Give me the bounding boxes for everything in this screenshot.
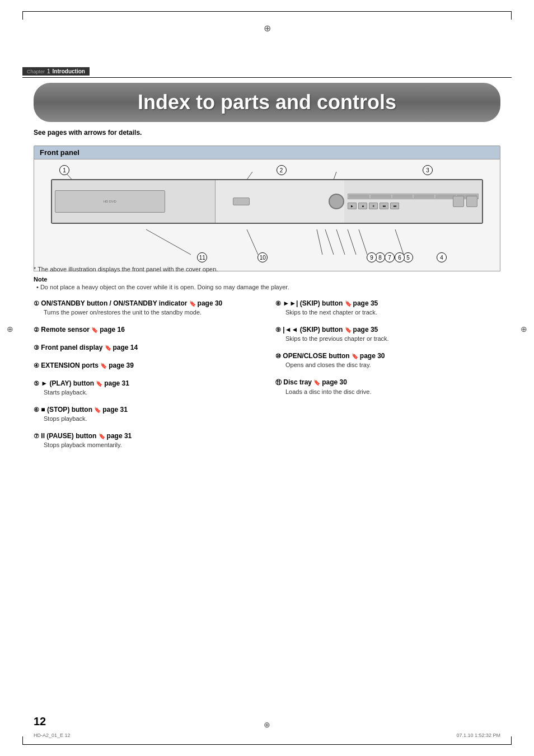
controls-section: ① ON/STANDBY button / ON/STANDBY indicat…: [34, 299, 500, 458]
device-skip-bwd-btn[interactable]: ⏮: [390, 203, 399, 209]
device-left-inner: HD DVD: [55, 190, 165, 213]
control-11-title: ⑪ Disc tray 🔖 page 30: [275, 378, 500, 387]
control-7-title: ⑦ II (PAUSE) button 🔖 page 31: [34, 432, 259, 440]
chapter-line: [22, 77, 512, 78]
device-body: HD DVD ▶ ■ ⏸: [51, 179, 483, 224]
page-title: Index to parts and controls: [56, 91, 478, 114]
device-play-btn[interactable]: ▶: [348, 203, 357, 209]
control-2-num: ②: [34, 326, 39, 334]
control-1-desc: Turns the power on/restores the unit to …: [34, 309, 259, 316]
control-8-num: ⑧: [275, 300, 281, 307]
control-6-num: ⑥: [34, 406, 39, 414]
control-item-3: ③ Front panel display 🔖 page 14: [34, 344, 259, 351]
callout-10: 10: [257, 252, 268, 262]
control-item-8: ⑧ ►►| (SKIP) button 🔖 page 35 Skips to t…: [275, 299, 500, 316]
svg-line-5: [348, 229, 356, 255]
callout-1: 1: [59, 165, 69, 175]
device-diagram: HD DVD ▶ ■ ⏸: [34, 159, 500, 271]
note-label: Note: [34, 276, 47, 283]
device-pause-btn[interactable]: ⏸: [369, 203, 378, 209]
subtitle: See pages with arrows for details.: [34, 129, 142, 137]
section-header: Front panel: [34, 145, 500, 159]
display-seg-4: [414, 195, 434, 198]
corner-tr: [511, 11, 512, 20]
callout-9: 9: [367, 252, 377, 262]
control-6-desc: Stops playback.: [34, 415, 259, 422]
chapter-label: Chapter: [27, 69, 45, 74]
svg-line-9: [247, 229, 258, 255]
control-7-num: ⑦: [34, 433, 39, 440]
diagram-note: * The above illustration displays the fr…: [34, 266, 218, 273]
control-9-title: ⑨ |◄◄ (SKIP) button 🔖 page 35: [275, 326, 500, 334]
control-9-num: ⑨: [275, 326, 281, 334]
display-seg-2: [371, 195, 391, 198]
border-bottom: [22, 744, 512, 745]
control-10-num: ⑩: [275, 353, 281, 360]
control-6-title: ⑥ ■ (STOP) button 🔖 page 31: [34, 406, 259, 414]
control-10-desc: Opens and closes the disc tray.: [275, 361, 500, 368]
control-10-title: ⑩ OPEN/CLOSE button 🔖 page 30: [275, 352, 500, 360]
crosshair-left-icon: ⊕: [7, 325, 13, 334]
control-4-title: ④ EXTENSION ports 🔖 page 39: [34, 361, 259, 369]
svg-line-4: [359, 229, 367, 255]
callout-7: 7: [385, 252, 395, 262]
extension-port-1: [453, 196, 464, 207]
crosshair-bottom-icon: ⊕: [264, 720, 270, 729]
control-5-num: ⑤: [34, 380, 39, 387]
control-11-num: ⑪: [275, 378, 282, 387]
control-1-num: ①: [34, 300, 39, 307]
device-left-panel: HD DVD: [52, 180, 216, 223]
control-item-5: ⑤ ► (PLAY) button 🔖 page 31 Starts playb…: [34, 379, 259, 396]
control-item-4: ④ EXTENSION ports 🔖 page 39: [34, 361, 259, 369]
control-item-10: ⑩ OPEN/CLOSE button 🔖 page 30 Opens and …: [275, 352, 500, 368]
callout-4: 4: [437, 252, 447, 262]
control-4-num: ④: [34, 362, 39, 369]
device-open-close-btn[interactable]: [329, 194, 344, 209]
control-item-1: ① ON/STANDBY button / ON/STANDBY indicat…: [34, 299, 259, 316]
crosshair-top-icon: [261, 22, 273, 34]
controls-col-left: ① ON/STANDBY button / ON/STANDBY indicat…: [34, 299, 259, 458]
svg-line-7: [325, 229, 334, 255]
svg-line-3: [395, 229, 404, 255]
chapter-title: Introduction: [53, 68, 85, 74]
bottom-left-info: HD-A2_01_E 12: [34, 732, 71, 738]
control-5-title: ⑤ ► (PLAY) button 🔖 page 31: [34, 379, 259, 387]
crosshair-right-icon: ⊕: [521, 325, 527, 334]
title-container: Index to parts and controls: [34, 83, 500, 122]
device-extension-ports: [453, 196, 477, 207]
callout-11: 11: [197, 252, 207, 262]
device-stop-btn[interactable]: ■: [358, 203, 367, 209]
extension-port-2: [466, 196, 477, 207]
corner-tl: [22, 11, 23, 20]
control-8-title: ⑧ ►►| (SKIP) button 🔖 page 35: [275, 299, 500, 307]
control-3-title: ③ Front panel display 🔖 page 14: [34, 344, 259, 351]
control-item-7: ⑦ II (PAUSE) button 🔖 page 31 Stops play…: [34, 432, 259, 448]
svg-line-6: [336, 229, 345, 255]
page-number: 12: [34, 715, 46, 728]
callout-6: 6: [395, 252, 405, 262]
control-1-title: ① ON/STANDBY button / ON/STANDBY indicat…: [34, 299, 259, 307]
chapter-number: 1: [47, 68, 50, 74]
control-9-desc: Skips to the previous chapter or track.: [275, 335, 500, 342]
device-skip-fwd-btn[interactable]: ⏭: [380, 203, 388, 209]
corner-bl: [22, 736, 23, 745]
display-seg-3: [392, 195, 413, 198]
control-8-desc: Skips to the next chapter or track.: [275, 309, 500, 316]
control-5-desc: Starts playback.: [34, 389, 259, 396]
main-title-box: Index to parts and controls: [34, 83, 500, 122]
svg-line-8: [317, 229, 322, 255]
svg-line-10: [146, 229, 191, 255]
device-load-slot: [233, 198, 250, 205]
front-panel-section: Front panel: [34, 145, 500, 271]
border-top: [22, 11, 512, 12]
control-item-9: ⑨ |◄◄ (SKIP) button 🔖 page 35 Skips to t…: [275, 326, 500, 342]
control-3-num: ③: [34, 344, 39, 351]
control-7-desc: Stops playback momentarily.: [34, 442, 259, 448]
control-item-11: ⑪ Disc tray 🔖 page 30 Loads a disc into …: [275, 378, 500, 395]
corner-br: [511, 736, 512, 745]
control-item-2: ② Remote sensor 🔖 page 16: [34, 326, 259, 334]
control-item-6: ⑥ ■ (STOP) button 🔖 page 31 Stops playba…: [34, 406, 259, 422]
controls-col-right: ⑧ ►►| (SKIP) button 🔖 page 35 Skips to t…: [275, 299, 500, 458]
note-text: • Do not place a heavy object on the cov…: [36, 284, 289, 290]
display-seg-1: [349, 195, 369, 198]
